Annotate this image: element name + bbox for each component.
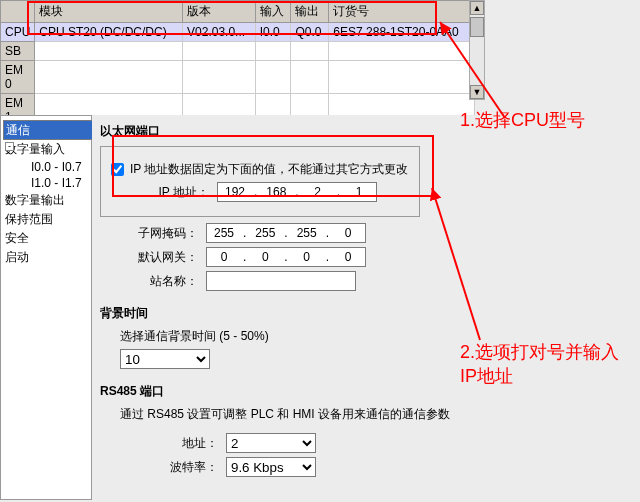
tree-din-range1[interactable]: I0.0 - I0.7 — [3, 159, 89, 175]
subnet-mask-field[interactable]: . . . — [206, 223, 366, 243]
scroll-thumb[interactable] — [470, 17, 484, 37]
station-name-input[interactable] — [206, 271, 356, 291]
tree-security[interactable]: 安全 — [3, 229, 89, 248]
fix-ip-label: IP 地址数据固定为下面的值，不能通过其它方式更改 — [130, 161, 408, 178]
ethernet-group: IP 地址数据固定为下面的值，不能通过其它方式更改 IP 地址： . . . — [100, 146, 420, 217]
tree-retain[interactable]: 保持范围 — [3, 210, 89, 229]
rs485-baud-label: 波特率： — [120, 459, 226, 476]
table-row[interactable]: SB — [1, 42, 475, 61]
tree-startup[interactable]: 启动 — [3, 248, 89, 267]
cell-order[interactable]: 6ES7 288-1ST20-0AA0 — [329, 23, 475, 42]
ip-seg-1[interactable] — [218, 185, 252, 199]
rs485-title: RS485 端口 — [100, 383, 632, 400]
scroll-down-icon[interactable]: ▼ — [470, 85, 484, 99]
scroll-up-icon[interactable]: ▲ — [470, 1, 484, 15]
ip-label: IP 地址： — [111, 184, 217, 201]
col-module: 模块 — [35, 1, 183, 23]
mask-label: 子网掩码： — [100, 225, 206, 242]
ip-seg-2[interactable] — [259, 185, 293, 199]
gw-seg-3[interactable] — [290, 250, 324, 264]
ip-seg-4[interactable] — [342, 185, 376, 199]
col-version: 版本 — [183, 1, 256, 23]
mask-seg-1[interactable] — [207, 226, 241, 240]
config-panel: 以太网端口 IP 地址数据固定为下面的值，不能通过其它方式更改 IP 地址： .… — [92, 115, 640, 502]
bg-time-select[interactable]: 10 — [120, 349, 210, 369]
rs485-baud-select[interactable]: 9.6 Kbps — [226, 457, 316, 477]
ip-seg-3[interactable] — [301, 185, 335, 199]
gateway-field[interactable]: . . . — [206, 247, 366, 267]
collapse-icon[interactable]: - — [5, 142, 14, 151]
row-label-cpu: CPU — [1, 23, 35, 42]
cell-module[interactable]: CPU ST20 (DC/DC/DC) — [35, 23, 183, 42]
tree-din-range2[interactable]: I1.0 - I1.7 — [3, 175, 89, 191]
mask-seg-4[interactable] — [331, 226, 365, 240]
cell-version[interactable]: V02.03.0... — [183, 23, 256, 42]
col-input: 输入 — [255, 1, 291, 23]
table-row[interactable]: EM 0 — [1, 61, 475, 94]
tree-comm[interactable]: 通信 — [3, 120, 93, 140]
tree-dout[interactable]: 数字量输出 — [3, 191, 89, 210]
ip-address-field[interactable]: . . . — [217, 182, 377, 202]
station-label: 站名称： — [100, 273, 206, 290]
vertical-scrollbar[interactable]: ▲ ▼ — [469, 0, 485, 100]
gateway-label: 默认网关： — [100, 249, 206, 266]
bg-time-label: 选择通信背景时间 (5 - 50%) — [120, 328, 632, 345]
nav-tree: 通信 -数字量输入 I0.0 - I0.7 I1.0 - I1.7 数字量输出 … — [0, 115, 92, 500]
table-header-row: 模块 版本 输入 输出 订货号 — [1, 1, 475, 23]
ethernet-title: 以太网端口 — [100, 123, 632, 140]
rs485-addr-select[interactable]: 2 — [226, 433, 316, 453]
rs485-addr-label: 地址： — [120, 435, 226, 452]
cell-output[interactable]: Q0.0 — [291, 23, 329, 42]
tree-din[interactable]: -数字量输入 — [3, 140, 89, 159]
table-row[interactable]: CPU CPU ST20 (DC/DC/DC) V02.03.0... I0.0… — [1, 23, 475, 42]
fix-ip-checkbox[interactable] — [111, 163, 124, 176]
mask-seg-3[interactable] — [290, 226, 324, 240]
mask-seg-2[interactable] — [248, 226, 282, 240]
col-output: 输出 — [291, 1, 329, 23]
gw-seg-1[interactable] — [207, 250, 241, 264]
rs485-desc: 通过 RS485 设置可调整 PLC 和 HMI 设备用来通信的通信参数 — [120, 406, 632, 423]
bg-time-title: 背景时间 — [100, 305, 632, 322]
cell-input[interactable]: I0.0 — [255, 23, 291, 42]
gw-seg-4[interactable] — [331, 250, 365, 264]
col-order: 订货号 — [329, 1, 475, 23]
gw-seg-2[interactable] — [248, 250, 282, 264]
